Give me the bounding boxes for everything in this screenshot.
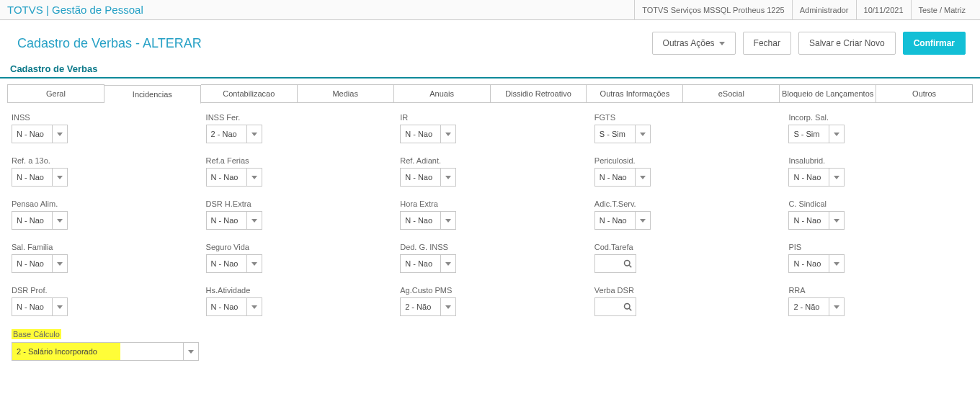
input-c-sindical[interactable] [788, 211, 829, 230]
topbar-env: TOTVS Serviços MSSQL Protheus 1225 [634, 0, 791, 20]
combo-insalubrid[interactable] [788, 168, 845, 187]
input-ref-adiant[interactable] [400, 168, 440, 187]
combo-inss-fer[interactable] [206, 125, 262, 143]
input-incorp-sal[interactable] [788, 125, 829, 143]
input-ded-g-inss[interactable] [400, 254, 440, 273]
input-ref-13[interactable] [12, 168, 52, 187]
input-base-calculo[interactable] [12, 342, 183, 361]
input-hora-extra[interactable] [400, 211, 440, 230]
input-pis[interactable] [788, 254, 829, 273]
combo-pis[interactable] [788, 254, 845, 273]
input-ref-ferias[interactable] [206, 168, 246, 187]
input-inss-fer[interactable] [206, 125, 246, 143]
input-inss[interactable] [12, 125, 52, 143]
dropdown-inss[interactable] [52, 125, 68, 143]
combo-ag-custo-pms[interactable] [400, 297, 456, 316]
input-sal-familia[interactable] [12, 254, 52, 273]
input-seguro-vida[interactable] [206, 254, 246, 273]
combo-ref-adiant[interactable] [400, 168, 456, 187]
dropdown-dsr-hextra[interactable] [246, 211, 262, 230]
dropdown-ref-adiant[interactable] [440, 168, 456, 187]
combo-c-sindical[interactable] [788, 211, 845, 230]
combo-dsr-hextra[interactable] [206, 211, 262, 230]
input-hs-atividade[interactable] [206, 297, 246, 316]
chevron-down-icon [640, 219, 646, 223]
dropdown-ded-g-inss[interactable] [440, 254, 456, 273]
dropdown-c-sindical[interactable] [829, 211, 845, 230]
tab-bloqueio[interactable]: Bloqueio de Lançamentos [780, 84, 876, 103]
tab-incidencias[interactable]: Incidencias [104, 85, 201, 104]
input-adic-tserv[interactable] [594, 211, 635, 230]
field-c-sindical: C. Sindical [788, 200, 968, 230]
input-dsr-prof[interactable] [12, 297, 52, 316]
combo-inss[interactable] [12, 125, 68, 143]
dropdown-ir[interactable] [440, 125, 456, 143]
dropdown-inss-fer[interactable] [246, 125, 262, 143]
combo-fgts[interactable] [594, 125, 651, 143]
combo-periculosid[interactable] [594, 168, 651, 187]
combo-pensao-alim[interactable] [12, 211, 68, 230]
other-actions-button[interactable]: Outras Ações [652, 32, 736, 55]
label-ref-13: Ref. a 13o. [12, 156, 192, 165]
input-dsr-hextra[interactable] [206, 211, 246, 230]
save-and-new-button[interactable]: Salvar e Criar Novo [798, 32, 896, 55]
app-title: TOTVS | Gestão de Pessoal [7, 4, 143, 16]
dropdown-periculosid[interactable] [635, 168, 651, 187]
form-grid: INSS INSS Fer. IR FGTS Incorp. Sal. [0, 110, 980, 364]
dropdown-hs-atividade[interactable] [246, 297, 262, 316]
tab-outras-info[interactable]: Outras Informações [587, 84, 683, 103]
dropdown-pis[interactable] [829, 254, 845, 273]
tab-dissidio[interactable]: Dissidio Retroativo [491, 84, 587, 103]
lookup-cod-tarefa[interactable] [594, 254, 651, 273]
input-verba-dsr[interactable] [594, 297, 636, 316]
label-sal-familia: Sal. Familia [12, 243, 192, 251]
input-pensao-alim[interactable] [12, 211, 52, 230]
combo-seguro-vida[interactable] [206, 254, 262, 273]
tab-outros[interactable]: Outros [876, 84, 973, 103]
combo-incorp-sal[interactable] [788, 125, 845, 143]
dropdown-base-calculo[interactable] [183, 342, 199, 361]
dropdown-dsr-prof[interactable] [52, 297, 68, 316]
field-fgts: FGTS [594, 113, 775, 143]
dropdown-incorp-sal[interactable] [829, 125, 845, 143]
dropdown-rra[interactable] [829, 297, 845, 316]
dropdown-hora-extra[interactable] [440, 211, 456, 230]
confirm-button[interactable]: Confirmar [903, 32, 966, 55]
combo-ref-13[interactable] [12, 168, 68, 187]
combo-ir[interactable] [400, 125, 456, 143]
dropdown-fgts[interactable] [635, 125, 651, 143]
combo-sal-familia[interactable] [12, 254, 68, 273]
dropdown-ref-13[interactable] [52, 168, 68, 187]
tab-geral[interactable]: Geral [7, 84, 104, 103]
lookup-verba-dsr[interactable] [594, 297, 651, 316]
chevron-down-icon [57, 219, 63, 223]
combo-base-calculo[interactable] [12, 342, 199, 361]
input-insalubrid[interactable] [788, 168, 829, 187]
dropdown-ag-custo-pms[interactable] [440, 297, 456, 316]
combo-adic-tserv[interactable] [594, 211, 651, 230]
combo-ded-g-inss[interactable] [400, 254, 456, 273]
dropdown-seguro-vida[interactable] [246, 254, 262, 273]
input-fgts[interactable] [594, 125, 635, 143]
tab-esocial[interactable]: eSocial [683, 84, 780, 103]
tab-contabilizacao[interactable]: Contabilizacao [201, 84, 298, 103]
dropdown-sal-familia[interactable] [52, 254, 68, 273]
input-cod-tarefa[interactable] [594, 254, 636, 273]
input-periculosid[interactable] [594, 168, 635, 187]
combo-hs-atividade[interactable] [206, 297, 262, 316]
combo-dsr-prof[interactable] [12, 297, 68, 316]
dropdown-insalubrid[interactable] [829, 168, 845, 187]
dropdown-adic-tserv[interactable] [635, 211, 651, 230]
dropdown-pensao-alim[interactable] [52, 211, 68, 230]
field-inss-fer: INSS Fer. [206, 113, 386, 143]
input-ir[interactable] [400, 125, 440, 143]
combo-rra[interactable] [788, 297, 845, 316]
dropdown-ref-ferias[interactable] [246, 168, 262, 187]
close-button[interactable]: Fechar [743, 32, 791, 55]
input-ag-custo-pms[interactable] [400, 297, 440, 316]
tab-medias[interactable]: Medias [298, 84, 394, 103]
combo-ref-ferias[interactable] [206, 168, 262, 187]
input-rra[interactable] [788, 297, 829, 316]
tab-anuais[interactable]: Anuais [394, 84, 491, 103]
combo-hora-extra[interactable] [400, 211, 456, 230]
